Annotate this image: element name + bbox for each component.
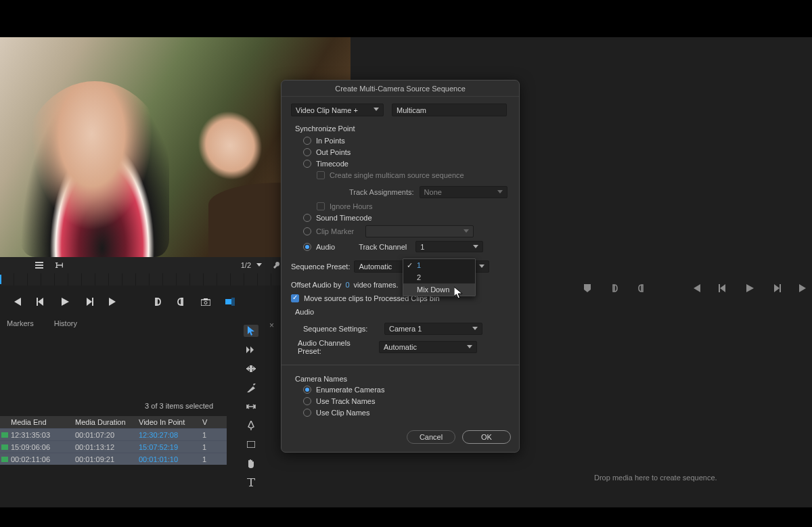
- dialog-title: Create Multi-Camera Source Sequence: [281, 81, 519, 97]
- step-back-button[interactable]: [717, 283, 728, 294]
- offset-audio-value[interactable]: 0: [345, 281, 349, 289]
- sequence-settings-select[interactable]: Camera 1: [384, 323, 482, 335]
- razor-tool[interactable]: [245, 382, 257, 394]
- go-to-in-button[interactable]: [11, 296, 22, 307]
- tool-palette: [244, 325, 258, 488]
- selection-tool[interactable]: [244, 325, 258, 337]
- timeline-drop-hint: Drop media here to create sequence.: [594, 474, 717, 482]
- check-move-clips[interactable]: Move source clips to Processed Clips bin: [291, 294, 510, 302]
- tab-history[interactable]: History: [54, 319, 77, 330]
- col-media-end[interactable]: Media End: [11, 418, 75, 426]
- mark-out-button[interactable]: [636, 283, 647, 294]
- offset-audio-prefix: Offset Audio by: [291, 281, 341, 289]
- svg-rect-4: [204, 298, 208, 300]
- track-select-tool[interactable]: [245, 344, 257, 356]
- col-media-duration[interactable]: Media Duration: [75, 418, 139, 426]
- svg-point-5: [204, 301, 207, 304]
- col-v[interactable]: V: [202, 418, 223, 426]
- timeline-ruler[interactable]: [0, 273, 281, 285]
- check-ignore-hours: Ignore Hours: [317, 202, 510, 210]
- cancel-button[interactable]: Cancel: [407, 430, 455, 444]
- clip-icon: [1, 457, 8, 462]
- audio-channels-preset-select[interactable]: Automatic: [379, 341, 477, 353]
- step-back-button[interactable]: [35, 296, 46, 307]
- audio-section-label: Audio: [295, 308, 510, 316]
- table-row[interactable]: 00:02:11:06 00:01:09:21 00:01:01:10 1: [0, 453, 227, 465]
- mark-in-button[interactable]: [152, 296, 162, 307]
- media-table: Media End Media Duration Video In Point …: [0, 416, 227, 465]
- sequence-settings-label: Sequence Settings:: [303, 325, 380, 333]
- svg-rect-2: [35, 267, 43, 269]
- dropdown-item-1[interactable]: ✓ 1: [403, 259, 475, 271]
- table-row[interactable]: 12:31:35:03 00:01:07:20 12:30:27:08 1: [0, 428, 227, 440]
- transport-controls: [11, 294, 281, 310]
- ripple-edit-tool[interactable]: [245, 363, 257, 375]
- mark-out-button[interactable]: [176, 296, 187, 307]
- table-header: Media End Media Duration Video In Point …: [0, 416, 227, 428]
- play-button[interactable]: [60, 296, 70, 307]
- chevron-down-icon: [479, 265, 484, 268]
- track-channel-label: Track Channel: [359, 243, 407, 251]
- insert-button[interactable]: [225, 296, 235, 307]
- slip-tool[interactable]: [245, 400, 257, 413]
- go-to-out-button[interactable]: [798, 283, 809, 294]
- chevron-down-icon[interactable]: [255, 261, 263, 269]
- radio-use-clip-names[interactable]: Use Clip Names: [303, 409, 510, 417]
- track-assignments-select: None: [420, 186, 508, 198]
- selection-count: 3 of 3 items selected: [145, 402, 213, 410]
- radio-timecode[interactable]: Timecode: [303, 160, 510, 168]
- sequence-name-input[interactable]: Multicam: [392, 104, 507, 116]
- radio-clip-marker: Clip Marker: [303, 225, 510, 237]
- zoom-label: 1/2: [241, 261, 251, 269]
- svg-rect-3: [201, 300, 210, 306]
- radio-use-track-names[interactable]: Use Track Names: [303, 397, 510, 405]
- radio-out-points[interactable]: Out Points: [303, 148, 510, 156]
- svg-rect-0: [35, 262, 43, 263]
- hand-tool[interactable]: [245, 457, 257, 469]
- mouse-cursor-icon: [454, 287, 464, 300]
- create-multicam-dialog: Create Multi-Camera Source Sequence Vide…: [281, 80, 520, 453]
- go-to-out-button[interactable]: [108, 296, 119, 307]
- step-forward-button[interactable]: [771, 283, 782, 294]
- play-button[interactable]: [744, 283, 755, 294]
- name-mode-select[interactable]: Video Clip Name +: [291, 104, 384, 116]
- sync-point-label: Synchronize Point: [295, 124, 510, 133]
- radio-audio[interactable]: Audio Track Channel 1: [303, 241, 510, 252]
- panel-close-icon[interactable]: ×: [269, 321, 274, 330]
- track-channel-select[interactable]: 1: [415, 241, 483, 252]
- dropdown-item-2[interactable]: 2: [403, 271, 475, 283]
- step-forward-button[interactable]: [84, 296, 95, 307]
- offset-audio-suffix: video frames.: [354, 281, 399, 289]
- list-view-icon[interactable]: [35, 261, 43, 269]
- dropdown-item-mixdown[interactable]: Mix Down: [403, 283, 475, 296]
- svg-rect-7: [231, 298, 235, 306]
- tab-markers[interactable]: Markers: [7, 319, 34, 330]
- chevron-down-icon: [497, 190, 503, 193]
- go-to-in-button[interactable]: [690, 283, 701, 294]
- audio-channels-preset-label: Audio Channels Preset:: [298, 339, 375, 355]
- svg-rect-6: [225, 299, 232, 304]
- pen-tool[interactable]: [245, 419, 257, 432]
- checkmark-icon: ✓: [407, 261, 413, 270]
- track-channel-dropdown[interactable]: ✓ 1 2 Mix Down: [403, 258, 476, 296]
- program-transport: [582, 283, 812, 294]
- mark-in-button[interactable]: [609, 283, 620, 294]
- wrench-icon[interactable]: [273, 261, 281, 269]
- export-frame-button[interactable]: [200, 296, 211, 307]
- col-video-in[interactable]: Video In Point: [139, 418, 202, 426]
- preview-footer: 1/2: [0, 257, 281, 273]
- radio-enumerate-cameras[interactable]: Enumerate Cameras: [303, 386, 510, 394]
- marker-handles-icon[interactable]: [55, 261, 64, 269]
- radio-sound-timecode[interactable]: Sound Timecode: [303, 214, 510, 222]
- ok-button[interactable]: OK: [462, 430, 511, 444]
- playhead-icon[interactable]: [0, 275, 1, 284]
- chevron-down-icon: [374, 108, 379, 111]
- radio-in-points[interactable]: In Points: [303, 137, 510, 145]
- table-row[interactable]: 15:09:06:06 00:01:13:12 15:07:52:19 1: [0, 440, 227, 453]
- check-create-single: Create single multicam source sequence: [317, 171, 510, 179]
- clip-icon: [1, 444, 8, 450]
- rectangle-tool[interactable]: [245, 438, 257, 451]
- type-tool[interactable]: [245, 476, 257, 488]
- sequence-preset-label: Sequence Preset:: [291, 262, 350, 271]
- add-marker-button[interactable]: [582, 283, 593, 294]
